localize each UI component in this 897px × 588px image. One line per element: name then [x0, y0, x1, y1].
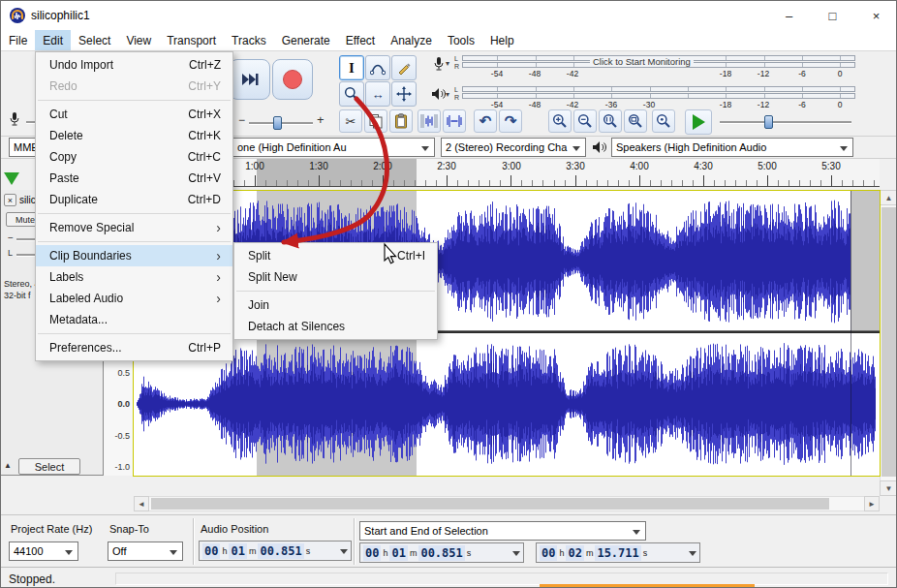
skip-end-icon [241, 73, 259, 86]
envelope-tool-button[interactable] [365, 55, 390, 80]
menu-item-split-new[interactable]: Split New [234, 266, 437, 288]
scroll-right-button[interactable]: ► [864, 496, 880, 511]
window-title: silicophilic1 [31, 9, 90, 22]
timeshift-tool-button[interactable]: ↔ [365, 81, 390, 107]
status-text: Stopped. [9, 573, 55, 586]
menu-item-detach-at-silences[interactable]: Detach at Silences [234, 316, 437, 337]
menu-item-undo-import[interactable]: Undo ImportCtrl+Z [36, 54, 232, 76]
output-device-icon [592, 140, 607, 154]
timeshift-icon: ↔ [372, 87, 385, 102]
menu-item-labels[interactable]: Labels› [36, 266, 232, 288]
track-close-button[interactable]: × [4, 194, 16, 206]
selection-mode-combo[interactable]: Start and End of Selection [359, 521, 646, 541]
playback-meter[interactable]: ▾ L R -54 -48 -42 -36 -30 -18 -12 -6 0 [427, 82, 859, 111]
mixer-mic-icon [9, 111, 20, 127]
menu-item-copy[interactable]: CopyCtrl+C [36, 146, 232, 168]
scroll-up-button[interactable]: ▲ [880, 190, 897, 205]
scroll-left-button[interactable]: ◄ [134, 496, 149, 511]
play-speed-slider[interactable] [720, 121, 851, 124]
meter-dropdown-icon: ▾ [446, 90, 449, 99]
magnifier-icon [344, 86, 359, 102]
fit-project-button[interactable] [624, 109, 647, 133]
play-meter-right-label: R [454, 94, 459, 101]
audio-position-label: Audio Position [201, 523, 268, 535]
cut-button[interactable]: ✂ [339, 109, 362, 133]
menu-analyze[interactable]: Analyze [383, 30, 440, 50]
copy-button[interactable] [364, 109, 387, 133]
track-select-button[interactable]: Select [18, 458, 80, 475]
timeline-pin-icon[interactable] [4, 172, 19, 185]
menu-tracks[interactable]: Tracks [224, 30, 274, 50]
snap-to-combo[interactable]: Off [108, 542, 183, 561]
play-speed-thumb[interactable] [764, 115, 773, 129]
menu-item-cut[interactable]: CutCtrl+X [36, 104, 232, 125]
menu-item-metadata[interactable]: Metadata... [36, 309, 232, 330]
undo-icon: ↶ [479, 112, 492, 130]
zoom-in-button[interactable] [548, 109, 572, 133]
recording-channels-combo[interactable]: 2 (Stereo) Recording Cha [441, 138, 586, 157]
zoom-tool-button[interactable] [339, 81, 364, 107]
paste-button[interactable] [389, 109, 413, 133]
record-button[interactable] [272, 59, 313, 100]
menu-view[interactable]: View [118, 30, 159, 50]
paste-icon [393, 113, 409, 129]
menu-item-labeled-audio[interactable]: Labeled Audio› [36, 288, 232, 309]
meter-dropdown-icon: ▾ [446, 59, 449, 68]
audio-position-time[interactable]: 00h 01m 00.851s [199, 541, 352, 561]
play-at-speed-button[interactable] [685, 109, 712, 135]
gain-minus-label: − [8, 232, 14, 243]
trim-audio-button[interactable] [418, 109, 441, 133]
minimize-button[interactable]: – [767, 1, 811, 30]
menu-item-remove-special[interactable]: Remove Special› [36, 217, 232, 238]
fit-project-icon [628, 113, 643, 129]
project-rate-combo[interactable]: 44100 [9, 542, 78, 561]
pan-left-label: L [8, 248, 13, 258]
zoom-toggle-button[interactable] [652, 109, 675, 133]
menu-item-delete[interactable]: DeleteCtrl+K [36, 125, 232, 146]
menu-help[interactable]: Help [482, 30, 522, 50]
menu-generate[interactable]: Generate [274, 30, 338, 50]
redo-button[interactable]: ↷ [499, 109, 522, 133]
menu-item-paste[interactable]: PasteCtrl+V [36, 168, 232, 189]
selection-start-time[interactable]: 00h 01m 00.851s [359, 542, 524, 563]
menu-tools[interactable]: Tools [440, 30, 482, 50]
menu-edit[interactable]: Edit [35, 30, 71, 50]
selection-end-time[interactable]: 00h 02m 15.711s [536, 542, 700, 563]
recording-meter[interactable]: ▾ L R -54 -48 -42 -18 -12 -6 0 Click to … [427, 51, 859, 80]
selection-tool-button[interactable]: I [339, 55, 364, 80]
menu-item-clip-boundaries[interactable]: Clip Boundaries› [36, 245, 232, 266]
menu-effect[interactable]: Effect [338, 30, 383, 50]
horizontal-scroll-thumb[interactable] [151, 498, 829, 510]
monitor-hint[interactable]: Click to Start Monitoring [590, 56, 694, 67]
multi-tool-button[interactable] [391, 81, 417, 107]
vertical-scroll-thumb[interactable] [882, 207, 896, 477]
submenu-arrow-icon: › [216, 294, 221, 303]
undo-button[interactable]: ↶ [474, 109, 497, 133]
menu-file[interactable]: File [1, 30, 35, 50]
menu-transport[interactable]: Transport [159, 30, 224, 50]
silence-icon [446, 114, 463, 128]
snap-to-label: Snap-To [109, 523, 149, 535]
menu-item-preferences[interactable]: Preferences...Ctrl+P [36, 337, 232, 358]
menu-select[interactable]: Select [71, 30, 118, 50]
trim-icon [420, 114, 438, 128]
menu-item-join[interactable]: Join [234, 294, 437, 316]
menu-item-split[interactable]: SplitCtrl+I [234, 245, 437, 266]
silence-audio-button[interactable] [443, 109, 466, 133]
collapse-track-icon[interactable]: ▲ [4, 461, 12, 470]
menu-item-redo[interactable]: RedoCtrl+Y [36, 76, 232, 97]
menu-separator [236, 291, 435, 292]
draw-tool-button[interactable] [391, 55, 417, 80]
close-button[interactable]: × [854, 1, 897, 30]
record-meter-left-label: L [454, 55, 458, 62]
skip-end-button[interactable] [230, 59, 270, 100]
fit-selection-button[interactable] [599, 109, 622, 133]
menu-item-duplicate[interactable]: DuplicateCtrl+D [36, 189, 232, 210]
maximize-button[interactable]: □ [811, 1, 854, 30]
play-meter-left-bar [462, 86, 855, 92]
zoom-out-button[interactable] [573, 109, 597, 133]
scroll-down-button[interactable]: ▼ [880, 480, 897, 496]
playback-device-combo[interactable]: Speakers (High Definition Audio [611, 138, 853, 157]
playback-volume-thumb[interactable] [273, 116, 282, 130]
menu-separator [38, 241, 231, 242]
